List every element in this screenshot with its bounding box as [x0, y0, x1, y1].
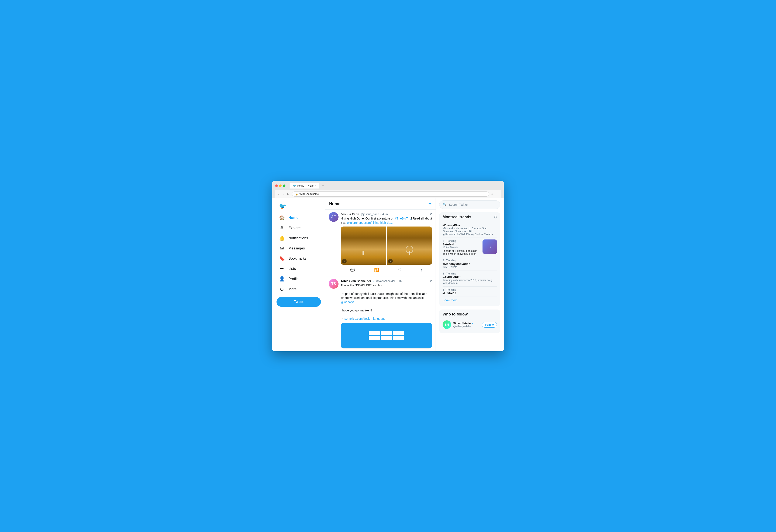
minimize-window-button[interactable]: [279, 185, 281, 187]
tweet2-url-link[interactable]: semplice.com/design-language: [345, 317, 385, 320]
main-feed: Home ✦ JE Joshua Earle @joshua_earle · 4…: [325, 198, 436, 351]
promoted-icon: ▣: [442, 233, 444, 236]
back-button[interactable]: ‹: [277, 192, 280, 196]
card-cell-3: [393, 331, 404, 335]
tweet1-content: Joshua Earle @joshua_earle · 45m ∨ Hikin…: [341, 212, 432, 274]
tweet2-card[interactable]: [341, 323, 432, 348]
tweet2-content: Tobias van Schneider ✓ @vanschneider · 1…: [341, 279, 432, 348]
refresh-button[interactable]: ↻: [286, 192, 290, 196]
desert-image-left: [341, 227, 386, 265]
bookmark-star-icon[interactable]: ☆: [491, 192, 494, 196]
trend-disneyplus-promoted-text: Promoted by Walt Disney Studios Canada: [445, 233, 493, 236]
sparkle-icon[interactable]: ✦: [428, 201, 432, 206]
feed-header: Home ✦: [325, 198, 435, 210]
trend-item-seinfeld[interactable]: 1 · Trending Seinfeld 10.9K Tweets Frien…: [442, 238, 497, 257]
tweet1-more-icon[interactable]: ∨: [430, 212, 432, 216]
tweet1-actions: 💬 🔁 ♡ ↑: [341, 266, 432, 274]
browser-window: 🐦 Home / Twitter × + ‹ › ↻ 🔒 twitter.com…: [272, 181, 504, 351]
maximize-window-button[interactable]: [283, 185, 285, 187]
sidebar-item-notifications[interactable]: 🔔 Notifications: [276, 233, 321, 243]
follow-info: Silber Natalie ✓ @silber_natalie: [453, 322, 480, 328]
tweet2-time: 1h: [399, 279, 402, 283]
tweet2-avatar[interactable]: TS: [329, 279, 339, 289]
tweet2-card-inner: [341, 323, 432, 348]
tweet2-item: TS Tobias van Schneider ✓ @vanschneider …: [325, 276, 435, 351]
tweet1-share-button[interactable]: ↑: [419, 267, 424, 274]
url-bar[interactable]: 🔒 twitter.com/home: [292, 192, 489, 197]
tweet1-avatar[interactable]: JE: [329, 212, 339, 222]
tweet1-dot: ·: [380, 213, 381, 216]
notifications-icon: 🔔: [279, 235, 284, 241]
trend-unifor-meta: 4 · Trending: [442, 288, 497, 291]
follow-item: SN Silber Natalie ✓ @silber_natalie Foll…: [442, 319, 497, 330]
bookmarks-icon: 🔖: [279, 256, 284, 261]
browser-tab-active[interactable]: 🐦 Home / Twitter ×: [290, 183, 320, 189]
trends-settings-icon[interactable]: ⚙: [494, 215, 497, 219]
sidebar-item-messages[interactable]: ✉ Messages: [276, 244, 321, 253]
new-tab-button[interactable]: +: [320, 183, 326, 189]
trend-amoconf-context: Trending with: #amoconf2019, premier dou…: [442, 279, 497, 285]
tweet2-line3: I hope you gonna like it!: [341, 308, 432, 313]
sidebar-item-more[interactable]: ⊕ More: [276, 284, 321, 294]
trend-amoconf-name: #AMOConf19: [442, 275, 497, 279]
sidebar-item-profile-label: Profile: [288, 277, 299, 281]
tweet-button[interactable]: Tweet: [276, 297, 321, 307]
show-more-link[interactable]: Show more: [442, 297, 497, 304]
who-to-follow-title: Who to follow: [442, 312, 497, 316]
close-window-button[interactable]: [275, 185, 278, 187]
trend-item-disneyplus[interactable]: #DisneyPlus #DisneyPlus is coming to Can…: [442, 222, 497, 238]
seinfeld-thumb-img: TV: [482, 239, 497, 254]
card-cell-4: [369, 336, 380, 340]
forward-button[interactable]: ›: [282, 192, 284, 196]
search-box[interactable]: 🔍 Search Twitter: [439, 200, 500, 209]
tweet1-image-right[interactable]: ⏵: [387, 227, 432, 265]
sidebar-item-bookmarks[interactable]: 🔖 Bookmarks: [276, 254, 321, 263]
tweet1-retweet-button[interactable]: 🔁: [373, 266, 380, 274]
trend-unifor-name: #Unifor19: [442, 291, 497, 295]
tweet2-mention-link[interactable]: @webalys: [341, 300, 355, 304]
sidebar-item-notifications-label: Notifications: [288, 236, 308, 240]
trend-item-amoconf[interactable]: 3 · Trending #AMOConf19 Trending with: #…: [442, 270, 497, 287]
sidebar-item-home[interactable]: 🏠 Home: [276, 213, 321, 223]
sidebar-item-explore[interactable]: # Explore: [276, 223, 321, 233]
avatar-initials: JE: [329, 212, 339, 222]
address-actions: ☆ ⋮: [491, 192, 499, 196]
tweet1-images: ⏵ ⏵: [341, 227, 432, 265]
follow-button[interactable]: Follow: [482, 322, 497, 327]
twitter-app: 🐦 🏠 Home # Explore 🔔 Notifications ✉ Mes…: [272, 198, 504, 351]
trend-seinfeld-text: 1 · Trending Seinfeld 10.9K Tweets Frien…: [442, 239, 480, 255]
tweet2-line4: → semplice.com/design-language: [341, 317, 432, 321]
tweet1-url-link[interactable]: explorehuper.com/hiking-high-du...: [347, 221, 393, 224]
trend-disneyplus-promoted: ▣ Promoted by Walt Disney Studios Canada: [442, 233, 497, 236]
sidebar-item-lists[interactable]: ☰ Lists: [276, 264, 321, 274]
follow-avatar-initials: SN: [442, 320, 451, 329]
sidebar-item-explore-label: Explore: [288, 226, 301, 230]
tweet1-reply-button[interactable]: 💬: [349, 266, 356, 274]
tweet2-line1: This is the "DEADLINE" symbol.: [341, 283, 432, 288]
sidebar-item-profile[interactable]: 👤 Profile: [276, 274, 321, 284]
trends-header: Montreal trends ⚙: [442, 215, 497, 219]
tweet-item: JE Joshua Earle @joshua_earle · 45m ∨ Hi…: [325, 210, 435, 276]
who-to-follow-box: Who to follow SN Silber Natalie ✓ @silbe…: [439, 309, 500, 333]
browser-titlebar: 🐦 Home / Twitter × + ‹ › ↻ 🔒 twitter.com…: [272, 181, 504, 198]
search-placeholder-text: Search Twitter: [449, 203, 468, 206]
lists-icon: ☰: [279, 266, 284, 272]
browser-menu-icon[interactable]: ⋮: [496, 192, 499, 196]
card-cell-2: [381, 331, 392, 335]
tweet2-more-icon[interactable]: ∨: [430, 279, 432, 283]
tweet1-hashtag-link[interactable]: #TheBigTrip: [395, 217, 411, 220]
tweet1-image-left[interactable]: ⏵: [341, 227, 386, 265]
trend-amoconf-meta: 3 · Trending: [442, 272, 497, 275]
address-bar: ‹ › ↻ 🔒 twitter.com/home ☆ ⋮: [275, 190, 501, 198]
card-cell-5: [381, 336, 392, 340]
trend-item-mondaymotivation[interactable]: 2 · Trending #MondayMotivation 125K Twee…: [442, 257, 497, 270]
url-text: twitter.com/home: [300, 193, 319, 196]
tweet1-like-button[interactable]: ♡: [397, 266, 403, 274]
card-cell-1: [369, 331, 380, 335]
traffic-lights: [275, 185, 285, 187]
tab-close-button[interactable]: ×: [315, 185, 316, 187]
tweet1-header: Joshua Earle @joshua_earle · 45m ∨: [341, 212, 432, 216]
trend-item-unifor[interactable]: 4 · Trending #Unifor19: [442, 287, 497, 297]
twitter-favicon: 🐦: [293, 184, 296, 187]
trends-box: Montreal trends ⚙ #DisneyPlus #DisneyPlu…: [439, 212, 500, 306]
